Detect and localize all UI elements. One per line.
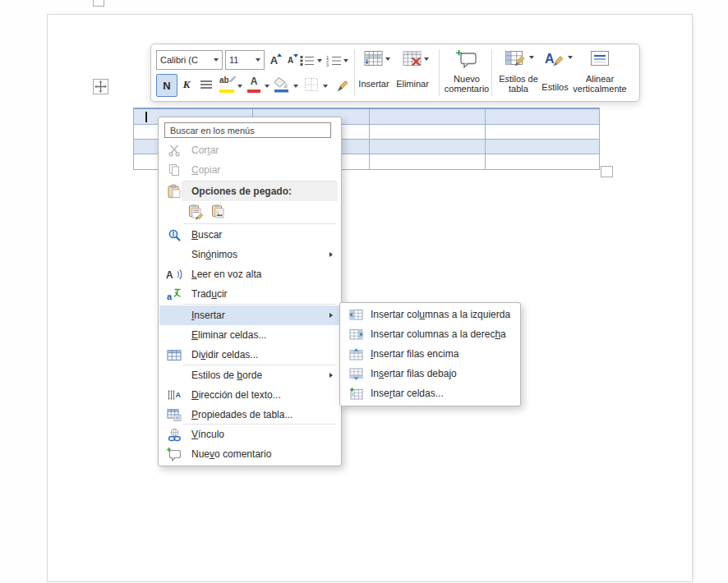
numbering-button[interactable]: 123: [325, 54, 342, 67]
caret-up-icon: [277, 53, 282, 57]
lines-icon: [200, 80, 213, 90]
font-color-A-glyph: A: [251, 76, 258, 87]
menu-item-leer-en-voz-alta[interactable]: A Leer en voz alta: [159, 264, 340, 284]
toolbar-separator: [491, 49, 492, 96]
chevron-down-icon: [323, 85, 328, 88]
align-vertical-button[interactable]: [590, 50, 610, 67]
menu-item-eliminar-celdas[interactable]: Eliminar celdas...: [159, 325, 340, 345]
insert-cells-icon: [348, 385, 364, 402]
chevron-down-icon: [293, 85, 298, 88]
highlight-color-bar: [219, 90, 234, 93]
menu-item-sinonimos[interactable]: Sinónimos: [159, 245, 340, 264]
table-styles-icon: [505, 49, 528, 67]
menu-item-propiedades-de-tabla[interactable]: Propiedades de tabla...: [159, 405, 340, 425]
chevron-down-icon: [317, 59, 322, 62]
italic-button[interactable]: K: [178, 74, 195, 95]
menu-search-input[interactable]: [164, 122, 331, 138]
table-resize-marker[interactable]: [601, 166, 613, 177]
insert-table-icon: [364, 50, 383, 67]
move-cross-icon: [94, 80, 107, 93]
new-comment-icon: [456, 49, 477, 69]
menu-item-vinculo[interactable]: Vínculo: [159, 425, 340, 444]
mini-toolbar: Calibri (C 11 A A 123: [150, 44, 640, 102]
chevron-down-icon: [237, 85, 242, 88]
new-comment-label[interactable]: Nuevo comentario: [440, 74, 493, 94]
text-cursor: [145, 112, 147, 122]
insert-table-menu-button[interactable]: [364, 50, 383, 67]
shading-dropdown[interactable]: [293, 83, 299, 90]
table-column-border: [369, 109, 370, 169]
shading-button[interactable]: [272, 74, 292, 95]
font-size-value: 11: [229, 55, 238, 65]
italic-label: K: [183, 78, 191, 91]
new-comment-button[interactable]: [456, 48, 477, 70]
chevron-down-icon: [529, 56, 534, 59]
insert-submenu: Insertar columnas a la izquierda Inserta…: [339, 302, 521, 406]
toolbar-separator: [439, 49, 440, 96]
table-styles-dropdown[interactable]: [528, 54, 535, 61]
paste-icon: [166, 183, 182, 200]
highlight-dropdown[interactable]: [237, 83, 243, 90]
align-vertical-label[interactable]: Alinear verticalmente: [564, 74, 635, 94]
shrink-font-button[interactable]: A: [283, 50, 298, 70]
menu-item-estilos-de-borde[interactable]: Estilos de borde: [159, 365, 340, 385]
selected-item-highlight: [159, 305, 340, 325]
borders-button[interactable]: [302, 74, 321, 95]
table-styles-button[interactable]: [505, 49, 528, 67]
font-name-combo[interactable]: Calibri (C: [156, 50, 223, 70]
split-cells-icon: [166, 347, 182, 363]
submenu-item-insertar-celdas[interactable]: Insertar celdas...: [341, 383, 519, 403]
svg-text:3: 3: [326, 62, 329, 67]
menu-item-insertar[interactable]: Insertar: [159, 305, 340, 325]
styles-dropdown[interactable]: [567, 54, 574, 61]
submenu-item-insertar-filas-encima[interactable]: Insertar filas encima: [341, 344, 519, 364]
paste-options-row: [159, 201, 340, 223]
paste-keep-formatting-button[interactable]: [187, 202, 206, 222]
borders-dropdown[interactable]: [322, 83, 329, 90]
font-size-combo[interactable]: 11: [225, 50, 265, 70]
bold-button[interactable]: N: [156, 74, 177, 97]
menu-item-buscar[interactable]: Buscar: [159, 225, 340, 245]
caret-down-icon: [293, 54, 298, 57]
bullets-dropdown[interactable]: [316, 57, 323, 64]
menu-item-traducir[interactable]: a Traducir: [159, 284, 340, 304]
menu-item-direccion-del-texto[interactable]: A Dirección del texto...: [159, 385, 340, 405]
paste-as-picture-button[interactable]: [210, 202, 229, 222]
menu-item-dividir-celdas[interactable]: Dividir celdas...: [159, 345, 340, 365]
delete-dropdown[interactable]: [423, 56, 430, 62]
text-direction-icon: A: [166, 387, 182, 403]
context-menu: Cortar Copiar Opciones de pegado:: [158, 117, 342, 466]
menu-item-nuevo-comentario[interactable]: Nuevo comentario: [159, 444, 340, 464]
chevron-down-icon: [265, 85, 270, 88]
insert-dropdown[interactable]: [385, 56, 391, 62]
table-move-handle[interactable]: [93, 79, 108, 94]
font-color-button[interactable]: A: [245, 74, 263, 95]
styles-button[interactable]: A: [543, 49, 566, 67]
delete-table-menu-button[interactable]: [403, 50, 422, 67]
chevron-down-icon: [343, 59, 348, 62]
submenu-item-insertar-columnas-izquierda[interactable]: Insertar columnas a la izquierda: [341, 305, 519, 324]
highlight-color-button[interactable]: ab: [217, 74, 237, 95]
bullets-button[interactable]: [299, 54, 316, 67]
delete-label[interactable]: Eliminar: [387, 79, 438, 89]
styles-icon: A: [543, 49, 566, 67]
font-color-dropdown[interactable]: [264, 83, 270, 90]
bullet-list-icon: [299, 55, 316, 67]
numbering-dropdown[interactable]: [343, 57, 349, 64]
menu-separator: [183, 223, 336, 224]
paste-keep-formatting-icon: [188, 204, 205, 221]
submenu-item-insertar-filas-debajo[interactable]: Insertar filas debajo: [341, 364, 519, 383]
table-column-border: [485, 109, 486, 169]
font-name-value: Calibri (C: [160, 55, 198, 65]
svg-text:A: A: [166, 269, 173, 281]
chevron-down-icon: [385, 57, 390, 61]
align-text-button[interactable]: [197, 74, 215, 95]
link-icon: [166, 426, 182, 443]
delete-table-icon: [403, 50, 422, 67]
menu-item-opciones-pegado: Opciones de pegado:: [159, 181, 340, 201]
read-aloud-icon: A: [166, 266, 182, 282]
grow-font-button[interactable]: A: [266, 50, 282, 70]
new-comment-icon: [166, 446, 182, 462]
submenu-item-insertar-columnas-derecha[interactable]: Insertar columnas a la derecha: [341, 324, 519, 344]
table-properties-icon: [166, 406, 182, 423]
